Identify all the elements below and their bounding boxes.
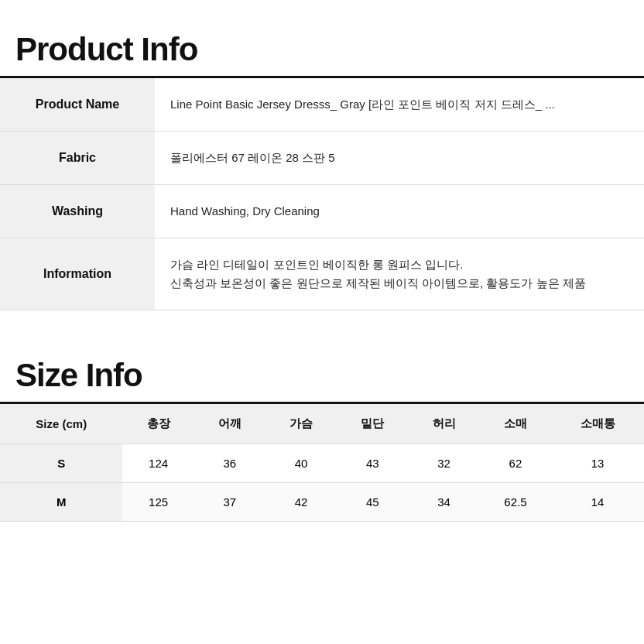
- size-s-waist: 32: [409, 444, 480, 483]
- size-info-title: Size Info: [0, 349, 644, 402]
- col-shoulder: 어깨: [194, 404, 265, 444]
- size-m-sleeve: 62.5: [480, 483, 551, 522]
- size-s-chest: 40: [265, 444, 337, 483]
- size-table-header-row: Size (cm) 총장 어깨 가슴 밑단 허리 소매 소매통: [0, 404, 644, 444]
- information-label: Information: [0, 238, 155, 310]
- product-info-title: Product Info: [0, 23, 644, 76]
- col-sleeve-width: 소매통: [551, 404, 644, 444]
- fabric-label: Fabric: [0, 132, 155, 185]
- size-m-sleeve-width: 14: [551, 483, 644, 522]
- size-s-sleeve: 62: [480, 444, 551, 483]
- fabric-value: 폴리에스터 67 레이온 28 스판 5: [155, 132, 644, 185]
- col-size: Size (cm): [0, 404, 122, 444]
- product-name-value: Line Point Basic Jersey Dresss_ Gray [라인…: [155, 78, 644, 132]
- col-total-length: 총장: [122, 404, 194, 444]
- information-line2: 신축성과 보온성이 좋은 원단으로 제작된 베이직 아이템으로, 활용도가 높은…: [170, 274, 629, 293]
- washing-label: Washing: [0, 185, 155, 238]
- size-s-sleeve-width: 13: [551, 444, 644, 483]
- size-s-hem: 43: [337, 444, 408, 483]
- table-row: Information 가슴 라인 디테일이 포인트인 베이직한 롱 원피스 입…: [0, 238, 644, 310]
- size-m-total: 125: [122, 483, 194, 522]
- size-m-label: M: [0, 483, 122, 522]
- information-value: 가슴 라인 디테일이 포인트인 베이직한 롱 원피스 입니다. 신축성과 보온성…: [155, 238, 644, 310]
- size-s-label: S: [0, 444, 122, 483]
- size-row-m: M 125 37 42 45 34 62.5 14: [0, 483, 644, 522]
- size-m-hem: 45: [337, 483, 408, 522]
- product-info-section: Product Info Product Name Line Point Bas…: [0, 23, 644, 310]
- col-sleeve: 소매: [480, 404, 551, 444]
- table-row: Fabric 폴리에스터 67 레이온 28 스판 5: [0, 132, 644, 185]
- page-container: Product Info Product Name Line Point Bas…: [0, 0, 644, 545]
- size-m-chest: 42: [265, 483, 337, 522]
- size-m-shoulder: 37: [194, 483, 265, 522]
- product-info-table: Product Name Line Point Basic Jersey Dre…: [0, 78, 644, 310]
- size-s-shoulder: 36: [194, 444, 265, 483]
- information-line1: 가슴 라인 디테일이 포인트인 베이직한 롱 원피스 입니다.: [170, 255, 629, 274]
- washing-value: Hand Washing, Dry Cleaning: [155, 185, 644, 238]
- table-row: Product Name Line Point Basic Jersey Dre…: [0, 78, 644, 132]
- product-name-label: Product Name: [0, 78, 155, 132]
- size-s-total: 124: [122, 444, 194, 483]
- col-chest: 가슴: [265, 404, 337, 444]
- table-row: Washing Hand Washing, Dry Cleaning: [0, 185, 644, 238]
- size-table: Size (cm) 총장 어깨 가슴 밑단 허리 소매 소매통 S 124 36…: [0, 404, 644, 522]
- size-row-s: S 124 36 40 43 32 62 13: [0, 444, 644, 483]
- col-waist: 허리: [409, 404, 480, 444]
- size-info-section: Size Info Size (cm) 총장 어깨 가슴 밑단 허리 소매 소매…: [0, 349, 644, 522]
- size-m-waist: 34: [409, 483, 480, 522]
- col-hem: 밑단: [337, 404, 408, 444]
